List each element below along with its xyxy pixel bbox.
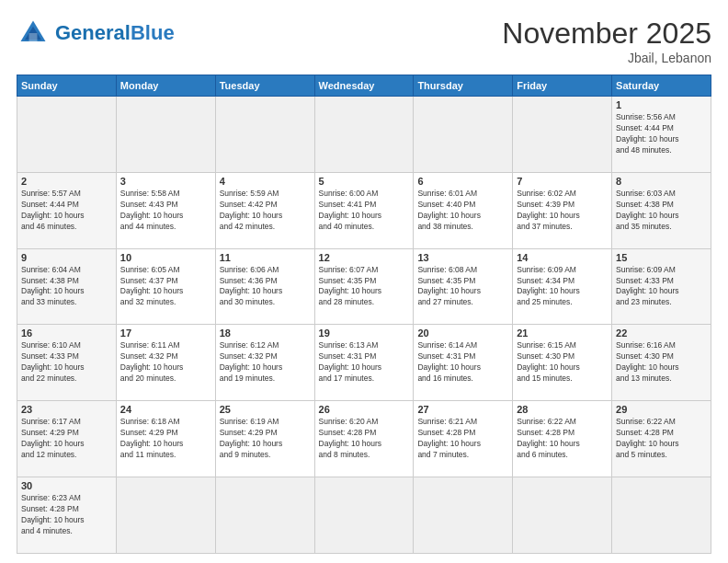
weekday-header-row: SundayMondayTuesdayWednesdayThursdayFrid… <box>17 75 711 97</box>
day-info: Sunrise: 6:22 AM Sunset: 4:28 PM Dayligh… <box>616 417 707 461</box>
day-info: Sunrise: 6:20 AM Sunset: 4:28 PM Dayligh… <box>319 417 410 461</box>
day-info: Sunrise: 6:12 AM Sunset: 4:32 PM Dayligh… <box>220 340 311 385</box>
day-cell-1: 1Sunrise: 5:56 AM Sunset: 4:44 PM Daylig… <box>612 97 711 173</box>
weekday-header-monday: Monday <box>116 75 215 97</box>
day-cell-7: 7Sunrise: 6:02 AM Sunset: 4:39 PM Daylig… <box>513 172 612 248</box>
day-info: Sunrise: 6:23 AM Sunset: 4:28 PM Dayligh… <box>21 493 112 537</box>
calendar-table: SundayMondayTuesdayWednesdayThursdayFrid… <box>17 75 711 554</box>
day-info: Sunrise: 5:59 AM Sunset: 4:42 PM Dayligh… <box>220 189 311 233</box>
week-row-3: 9Sunrise: 6:04 AM Sunset: 4:38 PM Daylig… <box>17 248 711 325</box>
day-info: Sunrise: 6:14 AM Sunset: 4:31 PM Dayligh… <box>417 340 508 385</box>
day-info: Sunrise: 6:15 AM Sunset: 4:30 PM Dayligh… <box>517 340 608 385</box>
day-number: 26 <box>319 404 410 415</box>
empty-cell <box>314 477 414 554</box>
day-cell-28: 28Sunrise: 6:22 AM Sunset: 4:28 PM Dayli… <box>513 401 612 477</box>
day-info: Sunrise: 6:18 AM Sunset: 4:29 PM Dayligh… <box>120 417 211 461</box>
logo-text: GeneralBlue <box>55 23 175 43</box>
day-info: Sunrise: 6:03 AM Sunset: 4:38 PM Dayligh… <box>616 189 707 233</box>
day-number: 4 <box>220 176 311 187</box>
weekday-header-wednesday: Wednesday <box>314 75 414 97</box>
empty-cell <box>116 97 215 173</box>
week-row-5: 23Sunrise: 6:17 AM Sunset: 4:29 PM Dayli… <box>17 401 711 477</box>
day-cell-16: 16Sunrise: 6:10 AM Sunset: 4:33 PM Dayli… <box>17 325 117 401</box>
weekday-header-thursday: Thursday <box>414 75 513 97</box>
day-cell-21: 21Sunrise: 6:15 AM Sunset: 4:30 PM Dayli… <box>513 325 612 401</box>
day-cell-29: 29Sunrise: 6:22 AM Sunset: 4:28 PM Dayli… <box>612 401 711 477</box>
day-number: 6 <box>417 176 508 187</box>
day-cell-6: 6Sunrise: 6:01 AM Sunset: 4:40 PM Daylig… <box>414 172 513 248</box>
day-cell-20: 20Sunrise: 6:14 AM Sunset: 4:31 PM Dayli… <box>414 325 513 401</box>
location: Jbail, Lebanon <box>502 51 711 65</box>
month-title: November 2025 <box>502 17 711 51</box>
week-row-4: 16Sunrise: 6:10 AM Sunset: 4:33 PM Dayli… <box>17 325 711 401</box>
day-cell-17: 17Sunrise: 6:11 AM Sunset: 4:32 PM Dayli… <box>116 325 215 401</box>
day-cell-15: 15Sunrise: 6:09 AM Sunset: 4:33 PM Dayli… <box>612 248 711 325</box>
day-info: Sunrise: 6:19 AM Sunset: 4:29 PM Dayligh… <box>220 417 311 461</box>
day-cell-22: 22Sunrise: 6:16 AM Sunset: 4:30 PM Dayli… <box>612 325 711 401</box>
empty-cell <box>116 477 215 554</box>
day-info: Sunrise: 6:22 AM Sunset: 4:28 PM Dayligh… <box>517 417 608 461</box>
day-cell-2: 2Sunrise: 5:57 AM Sunset: 4:44 PM Daylig… <box>17 172 117 248</box>
day-info: Sunrise: 6:04 AM Sunset: 4:38 PM Dayligh… <box>21 265 112 309</box>
day-number: 19 <box>319 327 410 339</box>
day-number: 20 <box>417 327 508 339</box>
day-number: 11 <box>220 252 311 263</box>
empty-cell <box>414 97 513 173</box>
day-number: 29 <box>616 404 707 415</box>
day-info: Sunrise: 6:01 AM Sunset: 4:40 PM Dayligh… <box>417 189 508 233</box>
day-cell-26: 26Sunrise: 6:20 AM Sunset: 4:28 PM Dayli… <box>314 401 414 477</box>
day-number: 27 <box>417 404 508 415</box>
empty-cell <box>513 477 612 554</box>
empty-cell <box>513 97 612 173</box>
logo: GeneralBlue <box>17 17 175 50</box>
svg-rect-2 <box>29 33 38 41</box>
weekday-header-saturday: Saturday <box>612 75 711 97</box>
title-block: November 2025 Jbail, Lebanon <box>502 17 711 65</box>
day-number: 8 <box>616 176 707 187</box>
day-cell-30: 30Sunrise: 6:23 AM Sunset: 4:28 PM Dayli… <box>17 477 117 554</box>
day-info: Sunrise: 6:11 AM Sunset: 4:32 PM Dayligh… <box>120 340 211 385</box>
day-info: Sunrise: 6:16 AM Sunset: 4:30 PM Dayligh… <box>616 340 707 385</box>
day-number: 23 <box>21 404 112 415</box>
day-info: Sunrise: 5:57 AM Sunset: 4:44 PM Dayligh… <box>21 189 112 233</box>
day-number: 28 <box>517 404 608 415</box>
day-cell-5: 5Sunrise: 6:00 AM Sunset: 4:41 PM Daylig… <box>314 172 414 248</box>
day-number: 15 <box>616 252 707 263</box>
day-info: Sunrise: 6:17 AM Sunset: 4:29 PM Dayligh… <box>21 417 112 461</box>
day-cell-10: 10Sunrise: 6:05 AM Sunset: 4:37 PM Dayli… <box>116 248 215 325</box>
day-info: Sunrise: 6:09 AM Sunset: 4:33 PM Dayligh… <box>616 265 707 309</box>
day-number: 5 <box>319 176 410 187</box>
day-number: 24 <box>120 404 211 415</box>
day-info: Sunrise: 6:09 AM Sunset: 4:34 PM Dayligh… <box>517 265 608 309</box>
day-info: Sunrise: 6:07 AM Sunset: 4:35 PM Dayligh… <box>319 265 410 309</box>
day-number: 30 <box>21 480 112 491</box>
day-number: 17 <box>120 327 211 339</box>
day-info: Sunrise: 6:02 AM Sunset: 4:39 PM Dayligh… <box>517 189 608 233</box>
day-info: Sunrise: 6:06 AM Sunset: 4:36 PM Dayligh… <box>220 265 311 309</box>
day-cell-25: 25Sunrise: 6:19 AM Sunset: 4:29 PM Dayli… <box>215 401 314 477</box>
empty-cell <box>215 477 314 554</box>
day-number: 22 <box>616 327 707 339</box>
day-info: Sunrise: 6:05 AM Sunset: 4:37 PM Dayligh… <box>120 265 211 309</box>
day-info: Sunrise: 5:58 AM Sunset: 4:43 PM Dayligh… <box>120 189 211 233</box>
empty-cell <box>414 477 513 554</box>
day-number: 7 <box>517 176 608 187</box>
header: GeneralBlue November 2025 Jbail, Lebanon <box>17 17 711 65</box>
day-cell-19: 19Sunrise: 6:13 AM Sunset: 4:31 PM Dayli… <box>314 325 414 401</box>
week-row-1: 1Sunrise: 5:56 AM Sunset: 4:44 PM Daylig… <box>17 97 711 173</box>
day-info: Sunrise: 6:21 AM Sunset: 4:28 PM Dayligh… <box>417 417 508 461</box>
day-number: 13 <box>417 252 508 263</box>
day-number: 9 <box>21 252 112 263</box>
day-info: Sunrise: 6:08 AM Sunset: 4:35 PM Dayligh… <box>417 265 508 309</box>
day-cell-8: 8Sunrise: 6:03 AM Sunset: 4:38 PM Daylig… <box>612 172 711 248</box>
weekday-header-friday: Friday <box>513 75 612 97</box>
weekday-header-sunday: Sunday <box>17 75 117 97</box>
day-number: 14 <box>517 252 608 263</box>
day-number: 3 <box>120 176 211 187</box>
day-cell-9: 9Sunrise: 6:04 AM Sunset: 4:38 PM Daylig… <box>17 248 117 325</box>
day-info: Sunrise: 6:10 AM Sunset: 4:33 PM Dayligh… <box>21 340 112 385</box>
day-number: 21 <box>517 327 608 339</box>
day-cell-3: 3Sunrise: 5:58 AM Sunset: 4:43 PM Daylig… <box>116 172 215 248</box>
day-number: 2 <box>21 176 112 187</box>
empty-cell <box>314 97 414 173</box>
